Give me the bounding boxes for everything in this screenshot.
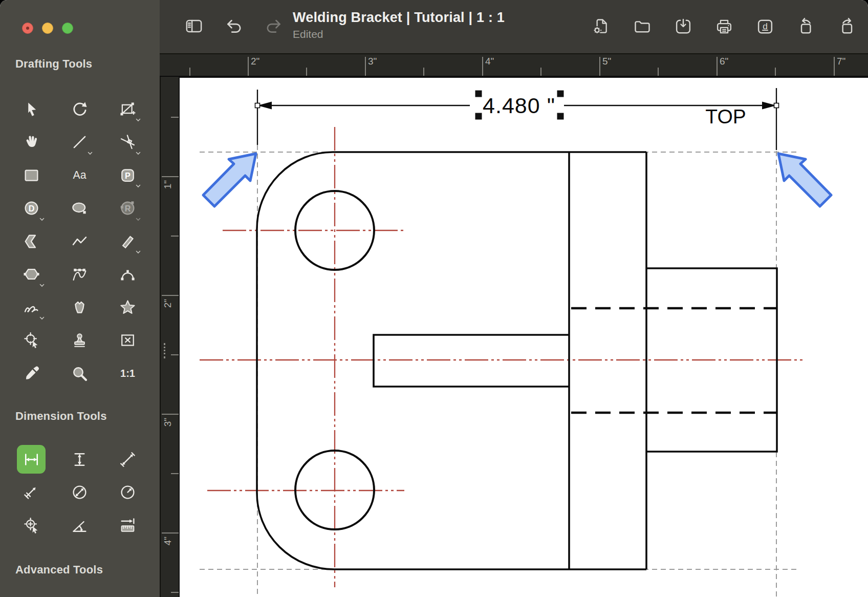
tool-angular-dimension[interactable] (65, 511, 94, 540)
tool-parallelogram[interactable] (113, 161, 142, 189)
tool-freehand[interactable] (17, 293, 46, 322)
ruler-tick-minor (775, 68, 776, 76)
ruler-tick-minor (171, 473, 179, 474)
tool-radius-dimension[interactable] (113, 478, 142, 507)
redo-button[interactable] (264, 16, 284, 36)
tool-delete-area[interactable] (113, 326, 142, 355)
ruler-label: 4" (485, 56, 494, 67)
title-block: Welding Bracket | Tutorial | 1 : 1 Edite… (293, 10, 505, 40)
print-button[interactable] (714, 17, 734, 36)
ruler-tick-minor (423, 68, 424, 76)
tool-arc[interactable] (113, 260, 142, 289)
tool-stamp[interactable] (65, 326, 94, 355)
tool-rectangle[interactable] (17, 161, 46, 189)
close-button[interactable] (22, 23, 33, 34)
ruler-tick-minor (171, 117, 179, 118)
tool-angled-dimension[interactable] (17, 478, 46, 507)
tool-construction-line[interactable] (113, 128, 142, 157)
ruler-tick-minor (306, 68, 307, 76)
ruler-tick-major (162, 532, 179, 534)
minimize-button[interactable] (42, 23, 53, 34)
app-window: Drafting ToolsDimension ToolsAdvanced To… (0, 0, 868, 597)
ruler-tick-major (248, 57, 249, 76)
import-button[interactable] (674, 17, 693, 36)
ruler-tick-minor (658, 68, 659, 76)
tool-zoom[interactable] (65, 359, 94, 388)
tool-star[interactable] (113, 293, 142, 322)
ruler-label: 7" (837, 56, 845, 67)
section-label-dimension-tools: Dimension Tools (15, 410, 107, 423)
ruler-tick-major (162, 414, 179, 415)
detail-view-button[interactable] (755, 17, 775, 36)
tool-closed-shape[interactable] (65, 293, 94, 322)
sidebar-toggle-button[interactable] (184, 16, 204, 36)
tool-circle-radius[interactable] (113, 194, 142, 223)
ruler-tick-major (599, 57, 600, 76)
ruler-tick-major (834, 57, 835, 76)
section-label-advanced-tools: Advanced Tools (15, 563, 103, 577)
tool-baseline-dimension[interactable] (113, 511, 142, 540)
ruler-tick-minor (171, 236, 179, 237)
ruler-label: 6" (720, 56, 728, 67)
ruler-tick-major (162, 176, 179, 177)
tool-linear-dimension[interactable] (17, 445, 46, 474)
document-title: Welding Bracket | Tutorial | 1 : 1 (293, 10, 505, 26)
document-settings-button[interactable] (592, 17, 611, 36)
sidebar: Drafting ToolsDimension ToolsAdvanced To… (0, 0, 160, 597)
open-folder-button[interactable] (633, 17, 652, 36)
ruler-tick-major (482, 57, 483, 76)
ruler-label: 1" (162, 180, 173, 189)
ruler-tick-minor (189, 68, 190, 76)
tool-pan[interactable] (17, 128, 46, 157)
rotate-right-button[interactable] (837, 17, 857, 36)
tool-circle-diameter[interactable] (17, 194, 46, 223)
ruler-tick-minor (540, 68, 541, 76)
tool-line[interactable] (65, 128, 94, 157)
tool-actual-size[interactable] (113, 359, 142, 388)
rotate-left-button[interactable] (796, 17, 816, 36)
ruler-label: 4" (162, 537, 173, 545)
ruler-tick-major (717, 57, 718, 76)
ruler-horizontal: 2"3"4"5"6"7" (160, 54, 868, 77)
tool-center-mark[interactable] (17, 511, 46, 540)
ruler-label: 5" (602, 56, 611, 67)
tool-free-transform[interactable] (113, 95, 142, 123)
tool-snap-point[interactable] (17, 326, 46, 355)
tool-double-line[interactable] (113, 227, 142, 255)
tool-select[interactable] (17, 95, 46, 123)
ruler-vertical: 1"2"3"4" (160, 54, 179, 597)
tool-polyline[interactable] (65, 227, 94, 255)
zoom-window-button[interactable] (62, 23, 73, 34)
document-status: Edited (293, 28, 505, 40)
tool-text[interactable] (65, 161, 94, 189)
ruler-tick-minor (171, 592, 179, 593)
undo-button[interactable] (224, 16, 244, 36)
tool-arrow-shape[interactable] (17, 227, 46, 255)
ruler-label: 3" (162, 418, 173, 427)
ruler-cursor-marker (164, 343, 165, 358)
ruler-tick-major (365, 57, 366, 76)
ruler-label: 2" (251, 56, 259, 67)
ruler-label: 3" (368, 56, 377, 67)
tool-spline[interactable] (65, 260, 94, 289)
ruler-tick-major (162, 295, 179, 296)
tool-vertical-dimension[interactable] (65, 445, 94, 474)
ruler-tick-minor (171, 354, 179, 355)
tool-diameter-dimension[interactable] (65, 478, 94, 507)
section-label-drafting-tools: Drafting Tools (15, 57, 92, 71)
tool-aligned-dimension[interactable] (113, 445, 142, 474)
ruler-label: 2" (162, 299, 173, 308)
tool-rotate[interactable] (65, 95, 94, 123)
drawing-page[interactable] (179, 77, 868, 597)
tool-eyedropper[interactable] (17, 359, 46, 388)
tool-ellipse[interactable] (65, 194, 94, 223)
tool-polygon[interactable] (17, 260, 46, 289)
toolbar: Welding Bracket | Tutorial | 1 : 1 Edite… (160, 0, 868, 54)
